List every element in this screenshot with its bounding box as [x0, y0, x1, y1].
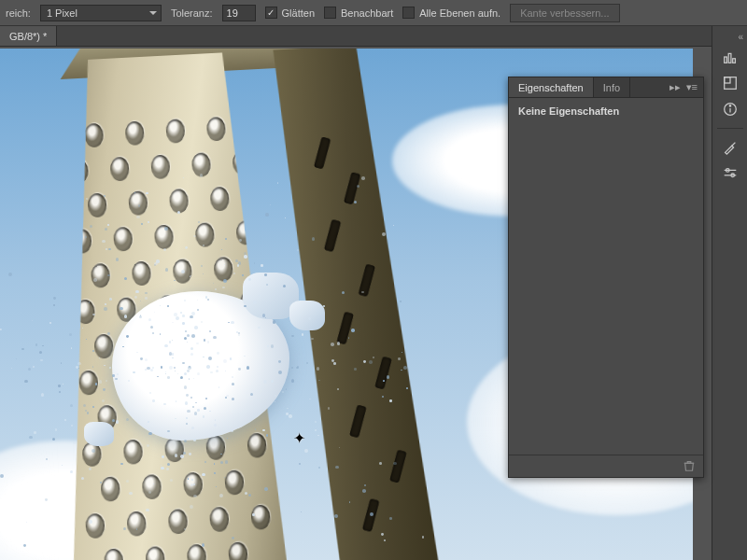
tolerance-label: Toleranz: — [171, 7, 213, 19]
panel-tabs: Eigenschaften Info ▸▸ ▾≡ — [509, 77, 703, 98]
panel-menu-icon[interactable]: ▾≡ — [686, 81, 698, 93]
tolerance-value: 19 — [227, 7, 238, 19]
refine-edge-button[interactable]: Kante verbessern... — [510, 4, 619, 22]
tab-eigenschaften[interactable]: Eigenschaften — [509, 77, 594, 97]
sample-size-value: 1 Pixel — [47, 7, 78, 19]
sample-size-dropdown[interactable]: 1 Pixel — [40, 5, 162, 21]
expand-panels-icon[interactable]: « — [738, 32, 743, 42]
refine-edge-label: Kante verbessern... — [520, 7, 609, 19]
ice-chunk — [84, 422, 114, 446]
document-tab[interactable]: GB/8*) * — [0, 26, 57, 46]
panel-body: Keine Eigenschaften — [509, 98, 703, 455]
right-panel-strip: « — [712, 26, 747, 560]
sample-size-label: reich: — [6, 7, 31, 19]
trash-icon[interactable] — [683, 459, 696, 474]
antialias-label: Glätten — [282, 7, 315, 19]
svg-rect-2 — [732, 59, 735, 63]
svg-rect-1 — [728, 53, 731, 63]
tab-info[interactable]: Info — [594, 77, 630, 97]
brush-icon[interactable] — [717, 136, 743, 159]
contiguous-checkbox[interactable] — [324, 7, 336, 19]
all-layers-checkbox[interactable] — [402, 7, 415, 19]
svg-rect-4 — [724, 77, 729, 83]
tolerance-input[interactable]: 19 — [222, 5, 256, 21]
antialias-checkbox[interactable] — [265, 7, 277, 19]
document-tab-strip: GB/8*) * — [0, 26, 747, 47]
tab-label: Eigenschaften — [518, 82, 584, 93]
adjustments-icon[interactable] — [717, 162, 743, 185]
histogram-icon[interactable] — [717, 46, 743, 68]
svg-point-7 — [729, 105, 730, 106]
contiguous-label: Benachbart — [341, 7, 393, 19]
properties-panel: Eigenschaften Info ▸▸ ▾≡ Keine Eigenscha… — [508, 77, 704, 478]
swatches-icon[interactable] — [717, 72, 743, 94]
info-icon[interactable] — [717, 98, 743, 120]
all-layers-label: Alle Ebenen aufn. — [419, 7, 500, 19]
tab-label: Info — [603, 82, 620, 93]
panel-collapse-icon[interactable]: ▸▸ — [669, 81, 681, 93]
document-tab-label: GB/8*) * — [9, 31, 47, 42]
panel-footer — [509, 455, 703, 477]
svg-rect-0 — [724, 57, 726, 63]
options-bar: reich: 1 Pixel Toleranz: 19 Glätten Bena… — [0, 0, 747, 26]
ice-chunk — [289, 301, 325, 330]
panel-body-text: Keine Eigenschaften — [518, 105, 619, 117]
